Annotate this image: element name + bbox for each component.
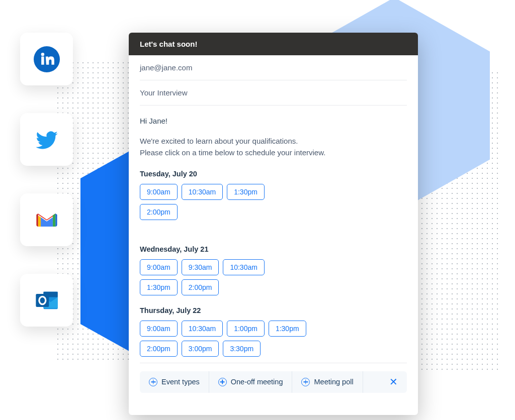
time-slot-button[interactable]: 9:00am: [140, 259, 178, 275]
email-title: Let's chat soon!: [129, 33, 418, 55]
time-slot-button[interactable]: 2:00pm: [140, 204, 178, 220]
time-slot-button[interactable]: 1:30pm: [140, 279, 178, 295]
event-types-button[interactable]: Event types: [140, 371, 209, 393]
email-message: We're excited to learn about your qualif…: [140, 135, 407, 159]
action-label: Event types: [161, 378, 200, 386]
outlook-icon: [20, 274, 73, 327]
time-slot-button[interactable]: 1:00pm: [227, 321, 265, 337]
day-label: Thursday, July 22: [140, 306, 407, 314]
day-column: Thursday, July 22 9:00am 10:30am 1:00pm …: [140, 306, 407, 357]
email-body-line: Please click on a time below to schedule…: [140, 148, 325, 157]
day-column: Wednesday, July 21 9:00am 9:30am 10:30am…: [140, 245, 271, 295]
email-greeting: Hi Jane!: [140, 117, 407, 125]
time-slot-button[interactable]: 9:00am: [140, 184, 178, 200]
email-compose-card: Let's chat soon! jane@jane.com Your Inte…: [129, 33, 418, 415]
slot-row: 9:00am 10:30am 1:30pm 2:00pm: [140, 184, 271, 220]
email-to-field[interactable]: jane@jane.com: [140, 55, 407, 80]
time-slot-button[interactable]: 3:00pm: [182, 341, 219, 357]
day-column: Tuesday, July 20 9:00am 10:30am 1:30pm 2…: [140, 170, 271, 220]
plus-circle-icon: [218, 378, 227, 386]
time-slot-button[interactable]: 9:00am: [140, 321, 178, 337]
time-slot-button[interactable]: 10:30am: [182, 321, 223, 337]
time-slot-button[interactable]: 2:00pm: [182, 279, 219, 295]
slot-row: 9:00am 10:30am 1:00pm 1:30pm 2:00pm 3:00…: [140, 321, 341, 357]
time-slot-button[interactable]: 1:30pm: [227, 184, 265, 200]
day-label: Tuesday, July 20: [140, 170, 271, 178]
scheduling-action-bar: Event types One-off meeting Meeting poll…: [140, 371, 407, 393]
linkedin-icon: [20, 33, 73, 85]
time-slot-button[interactable]: 3:30pm: [223, 341, 261, 357]
plus-circle-icon: [301, 378, 310, 386]
close-icon[interactable]: ✕: [380, 377, 407, 387]
email-content: Hi Jane! We're excited to learn about yo…: [140, 106, 407, 415]
slot-row: 9:00am 9:30am 10:30am 1:30pm 2:00pm: [140, 259, 271, 295]
time-slot-button[interactable]: 10:30am: [223, 259, 264, 275]
gmail-icon: [20, 193, 73, 246]
time-slot-button[interactable]: 9:30am: [182, 259, 219, 275]
time-slot-button[interactable]: 10:30am: [182, 184, 223, 200]
divider: [140, 363, 407, 363]
email-subject-field[interactable]: Your Interview: [140, 80, 407, 106]
time-slot-button[interactable]: 1:30pm: [269, 321, 306, 337]
time-slot-button[interactable]: 2:00pm: [140, 341, 178, 357]
action-label: Meeting poll: [314, 378, 353, 386]
action-label: One-off meeting: [231, 378, 283, 386]
one-off-meeting-button[interactable]: One-off meeting: [209, 371, 293, 393]
meeting-poll-button[interactable]: Meeting poll: [292, 371, 363, 393]
day-label: Wednesday, July 21: [140, 245, 271, 253]
plus-circle-icon: [149, 378, 157, 386]
twitter-icon: [20, 113, 73, 166]
social-icons-column: [20, 33, 73, 327]
email-body-line: We're excited to learn about your qualif…: [140, 137, 298, 145]
